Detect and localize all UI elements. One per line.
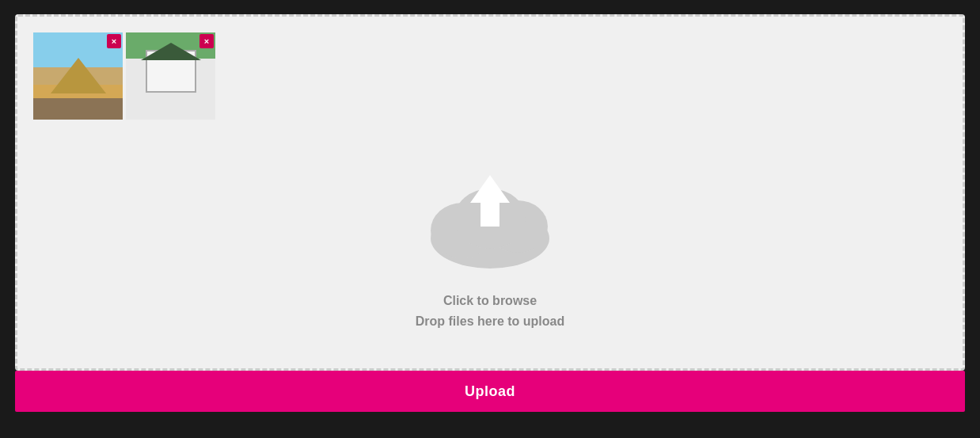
thumbnails-row: × × <box>33 32 215 120</box>
remove-thumbnail-button-1[interactable]: × <box>107 34 121 48</box>
thumbnail-item: × <box>126 32 215 120</box>
upload-cloud-icon <box>411 151 569 278</box>
upload-button[interactable]: Upload <box>15 371 965 412</box>
drop-files-text: Drop files here to upload <box>416 314 564 329</box>
click-to-browse-text: Click to browse <box>443 294 537 308</box>
remove-thumbnail-button-2[interactable]: × <box>199 34 214 48</box>
upload-button-container: Upload <box>15 371 965 412</box>
upload-dropzone[interactable]: × × Click to browse Drop files here to u… <box>15 14 965 371</box>
upload-click-area[interactable]: Click to browse Drop files here to uploa… <box>33 128 947 352</box>
thumbnail-item: × <box>33 32 123 120</box>
